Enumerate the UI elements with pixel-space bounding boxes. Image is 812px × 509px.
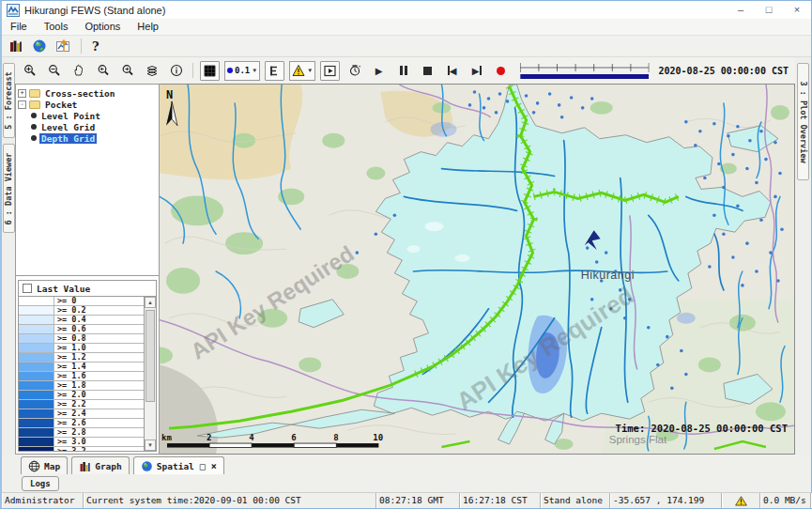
expander-icon[interactable]: - xyxy=(18,100,26,109)
menu-tools[interactable]: Tools xyxy=(36,19,77,35)
label-toggle-button[interactable] xyxy=(265,61,284,81)
zoom-previous-icon[interactable] xyxy=(93,61,113,81)
last-value-checkbox[interactable] xyxy=(23,284,32,293)
map-time-label: Time: 2020-08-25 00:00:00 CST xyxy=(616,423,788,434)
tab-forecast[interactable]: 5 : Forecast xyxy=(3,63,15,138)
time-range-bar xyxy=(520,74,649,79)
scrollbar-thumb[interactable] xyxy=(146,310,155,402)
time-slider[interactable] xyxy=(519,60,650,81)
menu-help[interactable]: Help xyxy=(129,19,167,35)
database-icon[interactable] xyxy=(8,39,23,54)
svg-text:6: 6 xyxy=(291,433,296,442)
legend-row-label: >= 0.6 xyxy=(54,325,89,333)
status-system-time: Current system time:2020-09-01 00:00 CST xyxy=(84,493,376,508)
toolbar-separator xyxy=(81,39,82,54)
tab-map[interactable]: Map xyxy=(21,456,68,474)
tab-spatial[interactable]: Spatial □ × xyxy=(133,456,224,474)
legend-color-swatch xyxy=(19,353,54,362)
status-warning-cell[interactable] xyxy=(722,493,760,508)
legend-row-label: >= 3.2 xyxy=(54,447,89,451)
zoom-in-icon[interactable] xyxy=(20,61,39,81)
minimize-button[interactable]: – xyxy=(727,1,755,19)
help-button[interactable]: ? xyxy=(92,39,100,54)
legend-color-swatch xyxy=(19,372,54,380)
legend-scrollbar[interactable]: ▲ ▼ xyxy=(144,297,156,451)
zoom-next-icon[interactable] xyxy=(117,61,137,81)
current-frame-datetime: 2020-08-25 00:00:00 CST xyxy=(659,66,790,76)
tab-graph[interactable]: Graph xyxy=(71,456,130,474)
tree-item-pocket[interactable]: - Pocket xyxy=(18,99,157,110)
window-title: Hikurangi FEWS (Stand alone) xyxy=(24,5,165,16)
status-coordinates: -35.657 , 174.199 xyxy=(610,493,722,508)
legend-header: Last Value xyxy=(19,281,156,297)
svg-text:10: 10 xyxy=(373,433,383,442)
status-gmt-time: 08:27:18 GMT xyxy=(376,493,460,508)
tab-plot-overview[interactable]: 3 : Plot Overview xyxy=(797,63,809,180)
legend-row[interactable]: >= 3.2 xyxy=(19,447,144,451)
play-button[interactable]: ▶ xyxy=(369,61,389,81)
tree-item-level-point[interactable]: Level Point xyxy=(18,110,157,121)
scroll-down-icon[interactable]: ▼ xyxy=(145,440,156,451)
legend-color-swatch xyxy=(19,334,54,343)
town-label: Hikurangi xyxy=(581,269,635,282)
legend-row-label: >= 1.2 xyxy=(54,353,89,362)
globe-explorer-icon[interactable] xyxy=(32,39,47,54)
menu-bar: File Tools Options Help xyxy=(2,19,811,36)
legend-header-label: Last Value xyxy=(37,284,90,294)
folder-icon xyxy=(29,100,40,109)
legend-row-label: >= 2.2 xyxy=(54,400,89,409)
grid-display-button[interactable] xyxy=(200,61,220,81)
legend-row-label: >= 0.8 xyxy=(54,334,89,343)
tab-data-viewer[interactable]: 6 : Data Viewer xyxy=(3,144,15,233)
zoom-out-icon[interactable] xyxy=(44,61,64,81)
expander-icon[interactable]: + xyxy=(18,89,26,98)
warning-layer-dropdown[interactable]: ▼ xyxy=(289,61,315,81)
svg-text:8: 8 xyxy=(333,433,338,442)
animation-movie-button[interactable] xyxy=(320,61,340,81)
legend-row-label: >= 2.6 xyxy=(54,419,89,427)
menu-options[interactable]: Options xyxy=(76,19,129,35)
animation-timer-icon[interactable] xyxy=(345,61,364,81)
logs-button[interactable]: Logs xyxy=(22,476,59,491)
bar-chart-icon xyxy=(79,460,91,472)
svg-text:km: km xyxy=(161,433,172,442)
tree-item-level-grid[interactable]: Level Grid xyxy=(18,121,157,132)
legend-color-swatch xyxy=(19,428,54,437)
close-button[interactable]: × xyxy=(783,1,811,19)
legend-row-label: >= 2.4 xyxy=(54,409,89,418)
legend-row-label: >= 3.0 xyxy=(54,438,89,446)
right-tab-strip: 3 : Plot Overview xyxy=(795,57,811,455)
pan-hand-icon[interactable] xyxy=(69,61,88,81)
record-button[interactable] xyxy=(491,61,511,81)
tab-close-icon[interactable]: × xyxy=(211,461,217,471)
stop-button[interactable] xyxy=(418,61,437,81)
legend-color-swatch xyxy=(19,344,54,352)
import-timeseries-icon[interactable] xyxy=(55,39,70,54)
maximize-button[interactable]: □ xyxy=(755,1,783,19)
warning-triangle-icon xyxy=(292,64,305,77)
tree-item-cross-section[interactable]: + Cross-section xyxy=(18,87,157,99)
info-icon[interactable] xyxy=(166,61,186,81)
legend-row-label: >= 1.4 xyxy=(54,362,89,371)
contour-threshold-dropdown[interactable]: 0.1 ▼ xyxy=(224,61,260,81)
legend-row-label: >= 0.4 xyxy=(54,316,89,324)
tree-item-depth-grid[interactable]: Depth Grid xyxy=(18,132,157,144)
legend-table: >= 0>= 0.2>= 0.4>= 0.6>= 0.8>= 1.0>= 1.2… xyxy=(19,297,144,451)
title-bar: Hikurangi FEWS (Stand alone) – □ × xyxy=(2,1,811,19)
app-logo-icon xyxy=(7,4,20,17)
pause-button[interactable] xyxy=(393,61,413,81)
skip-to-start-button[interactable]: ◀ xyxy=(442,61,462,81)
legend-color-swatch xyxy=(19,325,54,333)
menu-file[interactable]: File xyxy=(2,19,36,35)
skip-to-end-button[interactable]: ▶ xyxy=(467,61,486,81)
layers-icon[interactable] xyxy=(142,61,161,81)
tab-maximize-icon[interactable]: □ xyxy=(200,461,206,471)
legend-row-label: >= 1.8 xyxy=(54,381,89,390)
toolbar-separator xyxy=(192,63,193,78)
legend-color-swatch xyxy=(19,381,54,390)
map-view[interactable]: API Key Required API Key Required Hikura… xyxy=(160,84,795,455)
bullet-icon xyxy=(31,135,37,141)
legend-color-swatch xyxy=(19,447,54,451)
scroll-up-icon[interactable]: ▲ xyxy=(145,297,156,308)
status-mode: Stand alone xyxy=(541,493,610,508)
